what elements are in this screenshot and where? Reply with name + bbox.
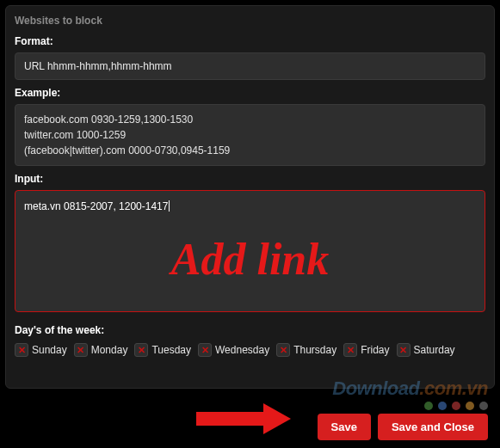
- day-thursday: ✕ Thursday: [276, 343, 336, 357]
- settings-panel: Websites to block Format: URL hhmm-hhmm,…: [5, 5, 495, 389]
- day-label: Sunday: [32, 344, 67, 356]
- input-value: meta.vn 0815-2007, 1200-1417: [24, 200, 168, 212]
- day-label: Wednesday: [215, 344, 269, 356]
- day-checkbox-saturday[interactable]: ✕: [397, 343, 410, 357]
- day-tuesday: ✕ Tuesday: [134, 343, 191, 357]
- day-label: Saturday: [414, 344, 455, 356]
- save-and-close-button[interactable]: Save and Close: [378, 414, 488, 440]
- section-title: Websites to block: [15, 15, 485, 27]
- day-friday: ✕ Friday: [343, 343, 389, 357]
- text-cursor: [169, 200, 170, 212]
- day-label: Tuesday: [151, 344, 191, 356]
- day-checkbox-thursday[interactable]: ✕: [276, 343, 290, 357]
- example-box: facebook.com 0930-1259,1300-1530 twitter…: [15, 104, 485, 166]
- days-row: ✕ Sunday ✕ Monday ✕ Tuesday ✕ Wednesday …: [15, 343, 485, 357]
- day-checkbox-friday[interactable]: ✕: [343, 343, 357, 357]
- day-label: Monday: [91, 344, 128, 356]
- days-label: Day's of the week:: [15, 324, 485, 336]
- input-label: Input:: [15, 173, 485, 185]
- example-line: (facebook|twitter).com 0000-0730,0945-11…: [24, 143, 476, 158]
- day-checkbox-wednesday[interactable]: ✕: [198, 343, 212, 357]
- example-line: facebook.com 0930-1259,1300-1530: [24, 112, 476, 127]
- bottom-bar: Save Save and Close: [0, 405, 500, 448]
- input-textarea[interactable]: meta.vn 0815-2007, 1200-1417 Add link: [15, 190, 485, 312]
- day-wednesday: ✕ Wednesday: [198, 343, 269, 357]
- add-link-annotation: Add link: [15, 234, 485, 285]
- day-monday: ✕ Monday: [74, 343, 128, 357]
- day-label: Friday: [361, 344, 389, 356]
- day-sunday: ✕ Sunday: [15, 343, 67, 357]
- day-saturday: ✕ Saturday: [397, 343, 455, 357]
- day-checkbox-tuesday[interactable]: ✕: [134, 343, 148, 357]
- format-field: URL hhmm-hhmm,hhmm-hhmm: [15, 52, 485, 80]
- day-checkbox-sunday[interactable]: ✕: [15, 343, 28, 357]
- format-value: URL hhmm-hhmm,hhmm-hhmm: [24, 60, 172, 72]
- example-line: twitter.com 1000-1259: [24, 127, 476, 143]
- save-button[interactable]: Save: [318, 414, 371, 440]
- day-label: Thursday: [293, 344, 336, 356]
- example-label: Example:: [15, 87, 485, 99]
- format-label: Format:: [15, 35, 485, 47]
- day-checkbox-monday[interactable]: ✕: [74, 343, 88, 357]
